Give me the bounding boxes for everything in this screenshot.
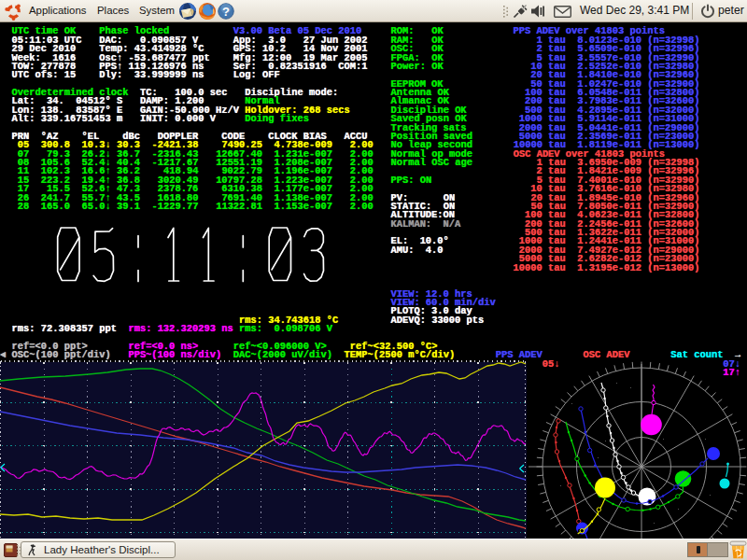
svg-text:?: ? (222, 5, 230, 19)
